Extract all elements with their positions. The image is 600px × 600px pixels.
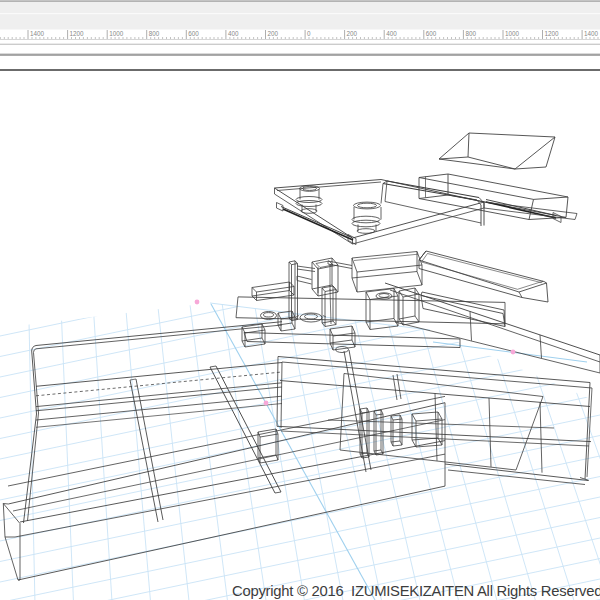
- svg-text:800: 800: [465, 30, 476, 37]
- svg-text:1000: 1000: [505, 30, 520, 37]
- svg-text:200: 200: [347, 30, 358, 37]
- svg-text:1400: 1400: [584, 30, 599, 37]
- svg-text:600: 600: [188, 30, 199, 37]
- svg-text:800: 800: [149, 30, 160, 37]
- svg-text:600: 600: [426, 30, 437, 37]
- svg-text:0: 0: [307, 30, 311, 37]
- svg-text:1000: 1000: [109, 30, 124, 37]
- svg-text:200: 200: [268, 30, 279, 37]
- svg-text:400: 400: [386, 30, 397, 37]
- svg-text:Copyright © 2016 IZUMISEKIZAI: Copyright © 2016 IZUMISEKIZAITEN All Rig…: [232, 583, 600, 599]
- svg-text:400: 400: [228, 30, 239, 37]
- svg-text:1400: 1400: [30, 30, 45, 37]
- svg-text:1200: 1200: [70, 30, 85, 37]
- svg-text:1200: 1200: [545, 30, 560, 37]
